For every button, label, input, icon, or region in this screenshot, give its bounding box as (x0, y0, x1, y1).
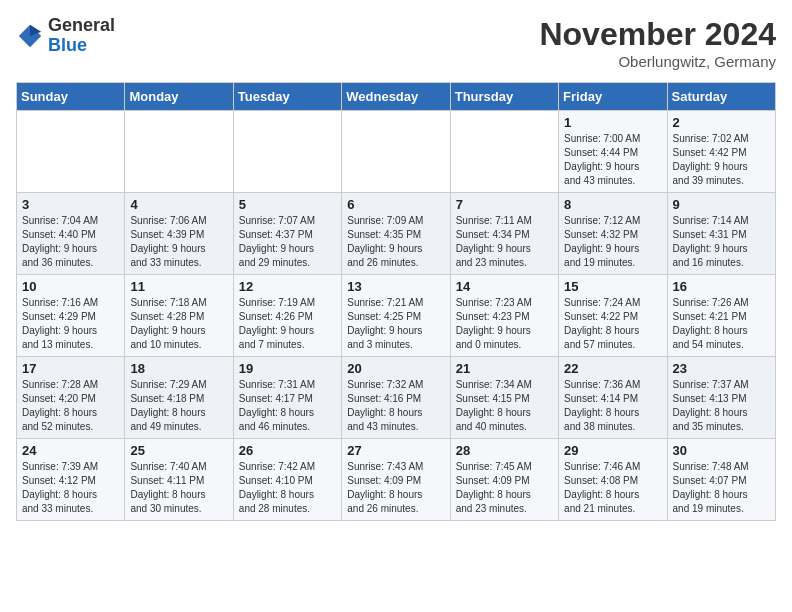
weekday-header-monday: Monday (125, 83, 233, 111)
calendar-cell: 3Sunrise: 7:04 AM Sunset: 4:40 PM Daylig… (17, 193, 125, 275)
calendar-cell: 27Sunrise: 7:43 AM Sunset: 4:09 PM Dayli… (342, 439, 450, 521)
day-info: Sunrise: 7:21 AM Sunset: 4:25 PM Dayligh… (347, 296, 444, 352)
day-number: 17 (22, 361, 119, 376)
calendar-cell: 24Sunrise: 7:39 AM Sunset: 4:12 PM Dayli… (17, 439, 125, 521)
logo-icon (16, 22, 44, 50)
calendar-cell: 15Sunrise: 7:24 AM Sunset: 4:22 PM Dayli… (559, 275, 667, 357)
day-number: 21 (456, 361, 553, 376)
weekday-header-tuesday: Tuesday (233, 83, 341, 111)
day-info: Sunrise: 7:11 AM Sunset: 4:34 PM Dayligh… (456, 214, 553, 270)
calendar-cell (17, 111, 125, 193)
day-number: 30 (673, 443, 770, 458)
calendar-cell: 28Sunrise: 7:45 AM Sunset: 4:09 PM Dayli… (450, 439, 558, 521)
calendar-cell: 29Sunrise: 7:46 AM Sunset: 4:08 PM Dayli… (559, 439, 667, 521)
calendar-cell: 30Sunrise: 7:48 AM Sunset: 4:07 PM Dayli… (667, 439, 775, 521)
day-number: 5 (239, 197, 336, 212)
weekday-header-wednesday: Wednesday (342, 83, 450, 111)
calendar-week-row: 10Sunrise: 7:16 AM Sunset: 4:29 PM Dayli… (17, 275, 776, 357)
day-number: 12 (239, 279, 336, 294)
calendar-cell: 14Sunrise: 7:23 AM Sunset: 4:23 PM Dayli… (450, 275, 558, 357)
calendar-cell: 18Sunrise: 7:29 AM Sunset: 4:18 PM Dayli… (125, 357, 233, 439)
location-subtitle: Oberlungwitz, Germany (539, 53, 776, 70)
calendar-cell: 5Sunrise: 7:07 AM Sunset: 4:37 PM Daylig… (233, 193, 341, 275)
day-info: Sunrise: 7:46 AM Sunset: 4:08 PM Dayligh… (564, 460, 661, 516)
logo: General Blue (16, 16, 115, 56)
calendar-cell: 17Sunrise: 7:28 AM Sunset: 4:20 PM Dayli… (17, 357, 125, 439)
day-info: Sunrise: 7:19 AM Sunset: 4:26 PM Dayligh… (239, 296, 336, 352)
weekday-header-row: SundayMondayTuesdayWednesdayThursdayFrid… (17, 83, 776, 111)
day-info: Sunrise: 7:16 AM Sunset: 4:29 PM Dayligh… (22, 296, 119, 352)
month-title: November 2024 (539, 16, 776, 53)
day-number: 22 (564, 361, 661, 376)
day-number: 24 (22, 443, 119, 458)
calendar-cell (342, 111, 450, 193)
calendar-cell: 9Sunrise: 7:14 AM Sunset: 4:31 PM Daylig… (667, 193, 775, 275)
title-block: November 2024 Oberlungwitz, Germany (539, 16, 776, 70)
day-info: Sunrise: 7:34 AM Sunset: 4:15 PM Dayligh… (456, 378, 553, 434)
day-info: Sunrise: 7:43 AM Sunset: 4:09 PM Dayligh… (347, 460, 444, 516)
calendar-cell: 19Sunrise: 7:31 AM Sunset: 4:17 PM Dayli… (233, 357, 341, 439)
day-info: Sunrise: 7:45 AM Sunset: 4:09 PM Dayligh… (456, 460, 553, 516)
day-number: 28 (456, 443, 553, 458)
calendar-cell: 25Sunrise: 7:40 AM Sunset: 4:11 PM Dayli… (125, 439, 233, 521)
calendar-cell: 11Sunrise: 7:18 AM Sunset: 4:28 PM Dayli… (125, 275, 233, 357)
day-info: Sunrise: 7:09 AM Sunset: 4:35 PM Dayligh… (347, 214, 444, 270)
calendar-cell: 22Sunrise: 7:36 AM Sunset: 4:14 PM Dayli… (559, 357, 667, 439)
day-info: Sunrise: 7:31 AM Sunset: 4:17 PM Dayligh… (239, 378, 336, 434)
page-header: General Blue November 2024 Oberlungwitz,… (16, 16, 776, 70)
day-info: Sunrise: 7:37 AM Sunset: 4:13 PM Dayligh… (673, 378, 770, 434)
calendar-week-row: 24Sunrise: 7:39 AM Sunset: 4:12 PM Dayli… (17, 439, 776, 521)
calendar-cell: 16Sunrise: 7:26 AM Sunset: 4:21 PM Dayli… (667, 275, 775, 357)
day-info: Sunrise: 7:40 AM Sunset: 4:11 PM Dayligh… (130, 460, 227, 516)
weekday-header-thursday: Thursday (450, 83, 558, 111)
day-number: 8 (564, 197, 661, 212)
day-number: 14 (456, 279, 553, 294)
day-number: 26 (239, 443, 336, 458)
day-number: 7 (456, 197, 553, 212)
day-number: 18 (130, 361, 227, 376)
calendar-week-row: 17Sunrise: 7:28 AM Sunset: 4:20 PM Dayli… (17, 357, 776, 439)
calendar-cell (125, 111, 233, 193)
day-info: Sunrise: 7:23 AM Sunset: 4:23 PM Dayligh… (456, 296, 553, 352)
day-number: 27 (347, 443, 444, 458)
calendar-cell: 1Sunrise: 7:00 AM Sunset: 4:44 PM Daylig… (559, 111, 667, 193)
day-number: 6 (347, 197, 444, 212)
day-number: 9 (673, 197, 770, 212)
day-info: Sunrise: 7:00 AM Sunset: 4:44 PM Dayligh… (564, 132, 661, 188)
day-info: Sunrise: 7:24 AM Sunset: 4:22 PM Dayligh… (564, 296, 661, 352)
calendar-week-row: 3Sunrise: 7:04 AM Sunset: 4:40 PM Daylig… (17, 193, 776, 275)
calendar-week-row: 1Sunrise: 7:00 AM Sunset: 4:44 PM Daylig… (17, 111, 776, 193)
day-info: Sunrise: 7:42 AM Sunset: 4:10 PM Dayligh… (239, 460, 336, 516)
calendar-cell: 13Sunrise: 7:21 AM Sunset: 4:25 PM Dayli… (342, 275, 450, 357)
calendar-cell: 2Sunrise: 7:02 AM Sunset: 4:42 PM Daylig… (667, 111, 775, 193)
day-number: 15 (564, 279, 661, 294)
calendar-cell: 23Sunrise: 7:37 AM Sunset: 4:13 PM Dayli… (667, 357, 775, 439)
calendar-cell: 7Sunrise: 7:11 AM Sunset: 4:34 PM Daylig… (450, 193, 558, 275)
day-info: Sunrise: 7:26 AM Sunset: 4:21 PM Dayligh… (673, 296, 770, 352)
day-info: Sunrise: 7:06 AM Sunset: 4:39 PM Dayligh… (130, 214, 227, 270)
day-number: 25 (130, 443, 227, 458)
day-info: Sunrise: 7:14 AM Sunset: 4:31 PM Dayligh… (673, 214, 770, 270)
day-info: Sunrise: 7:04 AM Sunset: 4:40 PM Dayligh… (22, 214, 119, 270)
day-number: 11 (130, 279, 227, 294)
calendar-cell: 4Sunrise: 7:06 AM Sunset: 4:39 PM Daylig… (125, 193, 233, 275)
weekday-header-saturday: Saturday (667, 83, 775, 111)
calendar-cell: 10Sunrise: 7:16 AM Sunset: 4:29 PM Dayli… (17, 275, 125, 357)
calendar-cell: 26Sunrise: 7:42 AM Sunset: 4:10 PM Dayli… (233, 439, 341, 521)
day-info: Sunrise: 7:36 AM Sunset: 4:14 PM Dayligh… (564, 378, 661, 434)
calendar-table: SundayMondayTuesdayWednesdayThursdayFrid… (16, 82, 776, 521)
day-info: Sunrise: 7:28 AM Sunset: 4:20 PM Dayligh… (22, 378, 119, 434)
day-number: 19 (239, 361, 336, 376)
weekday-header-friday: Friday (559, 83, 667, 111)
calendar-cell: 12Sunrise: 7:19 AM Sunset: 4:26 PM Dayli… (233, 275, 341, 357)
day-number: 13 (347, 279, 444, 294)
day-number: 23 (673, 361, 770, 376)
day-info: Sunrise: 7:48 AM Sunset: 4:07 PM Dayligh… (673, 460, 770, 516)
day-number: 1 (564, 115, 661, 130)
day-number: 29 (564, 443, 661, 458)
day-info: Sunrise: 7:32 AM Sunset: 4:16 PM Dayligh… (347, 378, 444, 434)
day-number: 3 (22, 197, 119, 212)
day-number: 2 (673, 115, 770, 130)
logo-general-text: General (48, 15, 115, 35)
day-info: Sunrise: 7:29 AM Sunset: 4:18 PM Dayligh… (130, 378, 227, 434)
